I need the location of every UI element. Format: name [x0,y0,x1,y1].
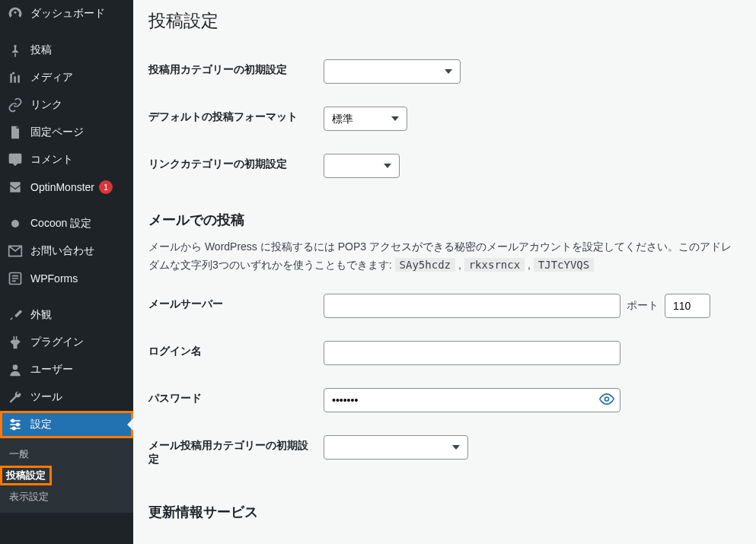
svg-point-0 [12,72,14,75]
mail-section-heading: メールでの投稿 [148,211,741,229]
link-category-label: リンクカテゴリーの初期設定 [148,142,324,189]
default-category-label: 投稿用カテゴリーの初期設定 [148,48,324,95]
pin-icon [8,43,23,58]
default-category-select[interactable] [324,59,461,84]
page-title: 投稿設定 [148,9,741,33]
random-code-1: SAy5hcdz [395,258,455,272]
plugin-icon [8,335,23,350]
sidebar-item-label: リンク [30,98,62,112]
main-content: 投稿設定 投稿用カテゴリーの初期設定 デフォルトの投稿フォーマット 標準 リンク… [133,0,756,544]
sidebar-item-posts[interactable]: 投稿 [0,37,133,64]
optin-icon [8,180,23,195]
login-label: ログイン名 [148,329,324,377]
sidebar-item-plugins[interactable]: プラグイン [0,329,133,356]
mail-section-description: メールから WordPress に投稿するには POP3 アクセスができる秘密の… [148,238,741,275]
comment-icon [8,152,23,167]
port-input[interactable] [665,294,710,318]
default-format-label: デフォルトの投稿フォーマット [148,95,324,142]
sidebar-item-settings[interactable]: 設定 [0,411,133,438]
submenu-writing[interactable]: 投稿設定 [0,466,52,485]
sidebar-item-label: ダッシュボード [30,7,105,21]
sidebar-item-contact[interactable]: お問い合わせ [0,237,133,265]
submenu-reading[interactable]: 表示設定 [0,485,133,508]
link-category-select[interactable] [324,154,400,178]
login-input[interactable] [324,341,620,365]
sidebar-item-label: ツール [30,390,62,404]
sidebar-item-label: Cocoon 設定 [30,217,91,231]
mail-category-label: メール投稿用カテゴリーの初期設定 [148,424,324,482]
sidebar-item-label: お問い合わせ [30,244,94,258]
sidebar-item-pages[interactable]: 固定ページ [0,119,133,146]
svg-point-1 [11,220,19,227]
sidebar-item-comments[interactable]: コメント [0,146,133,173]
mail-category-select[interactable] [324,435,468,460]
sliders-icon [8,417,23,432]
page-icon [8,125,23,140]
mail-settings-table: メールサーバー ポート ログイン名 パスワード メール [148,282,741,482]
notification-badge: 1 [99,180,113,194]
update-services-heading: 更新情報サービス [148,503,741,521]
password-label: パスワード [148,377,324,424]
random-code-3: TJTcYVQS [534,258,594,272]
media-icon [8,70,23,85]
sidebar-item-label: 固定ページ [30,126,84,139]
svg-point-4 [11,419,14,422]
default-format-select[interactable]: 標準 [324,107,407,131]
dot-icon [8,216,23,231]
sidebar-item-label: 投稿 [30,43,52,57]
sidebar-item-label: 設定 [30,418,52,431]
sidebar-item-optinmonster[interactable]: OptinMonster1 [0,173,133,201]
admin-sidebar: ダッシュボード投稿メディアリンク固定ページコメントOptinMonster1Co… [0,0,133,544]
eye-icon[interactable] [599,391,614,409]
svg-point-3 [13,364,18,370]
sidebar-item-dashboard[interactable]: ダッシュボード [0,0,133,27]
mail-server-label: メールサーバー [148,282,324,329]
random-code-2: rkxsrncx [464,258,525,272]
sidebar-item-label: 外観 [30,308,52,322]
wrench-icon [8,390,23,405]
svg-point-5 [17,423,19,425]
submenu-general[interactable]: 一般 [0,443,133,466]
sidebar-item-label: ユーザー [30,363,73,377]
sidebar-item-label: WPForms [30,272,78,285]
sidebar-item-users[interactable]: ユーザー [0,356,133,383]
sidebar-item-label: OptinMonster [30,181,94,193]
svg-point-6 [13,427,15,429]
password-input[interactable] [324,388,620,412]
sidebar-item-cocoon[interactable]: Cocoon 設定 [0,210,133,237]
mail-server-input[interactable] [324,294,620,318]
sidebar-item-wpforms[interactable]: WPForms [0,265,133,292]
sidebar-item-label: コメント [30,153,73,167]
brush-icon [8,307,23,323]
sidebar-item-tools[interactable]: ツール [0,383,133,411]
svg-point-7 [605,397,609,401]
dashboard-icon [8,6,23,21]
sidebar-item-label: プラグイン [30,336,84,349]
sidebar-item-label: メディア [30,71,73,84]
sidebar-item-media[interactable]: メディア [0,64,133,91]
user-icon [8,362,23,377]
settings-submenu: 一般投稿設定表示設定 [0,438,133,513]
wpforms-icon [8,271,23,286]
port-label: ポート [627,299,659,313]
sidebar-item-links[interactable]: リンク [0,91,133,119]
envelope-icon [8,243,23,259]
sidebar-item-appearance[interactable]: 外観 [0,301,133,329]
link-icon [8,97,23,113]
writing-settings-table: 投稿用カテゴリーの初期設定 デフォルトの投稿フォーマット 標準 リンクカテゴリー… [148,48,741,189]
